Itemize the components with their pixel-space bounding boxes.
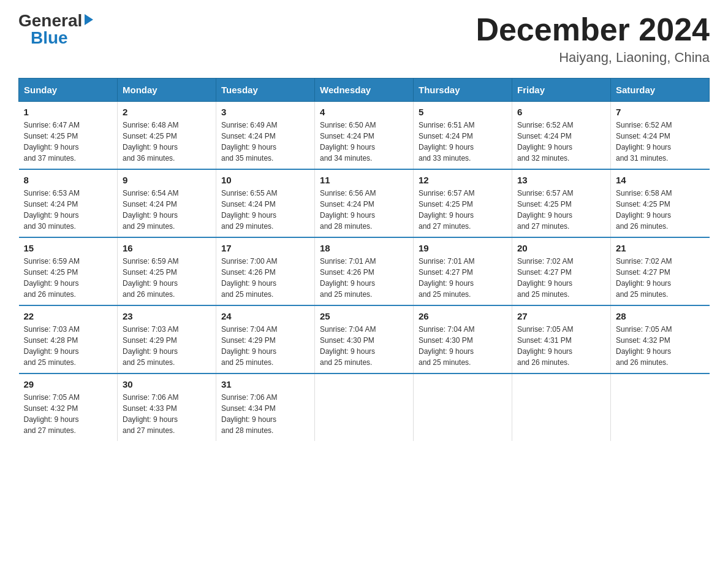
day-number: 17: [221, 243, 309, 253]
calendar-cell: 27 Sunrise: 7:05 AMSunset: 4:31 PMDaylig…: [512, 305, 611, 373]
day-info: Sunrise: 6:54 AMSunset: 4:24 PMDaylight:…: [123, 189, 178, 231]
day-info: Sunrise: 7:05 AMSunset: 4:31 PMDaylight:…: [517, 325, 573, 367]
calendar-cell: 18 Sunrise: 7:01 AMSunset: 4:26 PMDaylig…: [315, 237, 414, 305]
day-number: 31: [221, 379, 309, 389]
day-number: 8: [24, 175, 113, 185]
day-info: Sunrise: 7:01 AMSunset: 4:26 PMDaylight:…: [320, 257, 376, 299]
day-info: Sunrise: 6:59 AMSunset: 4:25 PMDaylight:…: [123, 257, 178, 299]
logo-blue-text: Blue: [31, 29, 68, 47]
day-number: 24: [221, 311, 309, 321]
day-number: 19: [419, 243, 507, 253]
day-info: Sunrise: 7:01 AMSunset: 4:27 PMDaylight:…: [419, 257, 474, 299]
calendar-week-row: 15 Sunrise: 6:59 AMSunset: 4:25 PMDaylig…: [19, 237, 710, 305]
day-info: Sunrise: 7:04 AMSunset: 4:30 PMDaylight:…: [320, 325, 376, 367]
calendar-cell: 1 Sunrise: 6:47 AMSunset: 4:25 PMDayligh…: [19, 102, 118, 170]
calendar-cell: [315, 373, 414, 441]
day-info: Sunrise: 6:52 AMSunset: 4:24 PMDaylight:…: [616, 121, 672, 163]
calendar-cell: 31 Sunrise: 7:06 AMSunset: 4:34 PMDaylig…: [216, 373, 315, 441]
calendar-cell: 5 Sunrise: 6:51 AMSunset: 4:24 PMDayligh…: [414, 102, 512, 170]
day-info: Sunrise: 6:52 AMSunset: 4:24 PMDaylight:…: [517, 121, 573, 163]
calendar-week-row: 29 Sunrise: 7:05 AMSunset: 4:32 PMDaylig…: [19, 373, 710, 441]
calendar-cell: 29 Sunrise: 7:05 AMSunset: 4:32 PMDaylig…: [19, 373, 118, 441]
calendar-cell: 20 Sunrise: 7:02 AMSunset: 4:27 PMDaylig…: [512, 237, 611, 305]
calendar-cell: 4 Sunrise: 6:50 AMSunset: 4:24 PMDayligh…: [315, 102, 414, 170]
weekday-header-sunday: Sunday: [19, 79, 118, 102]
day-number: 27: [517, 311, 605, 321]
day-number: 18: [320, 243, 408, 253]
day-number: 30: [123, 379, 211, 389]
logo-triangle-icon: [85, 14, 93, 25]
day-number: 3: [221, 107, 309, 117]
day-info: Sunrise: 6:48 AMSunset: 4:25 PMDaylight:…: [123, 121, 178, 163]
day-number: 14: [616, 175, 705, 185]
calendar-cell: 25 Sunrise: 7:04 AMSunset: 4:30 PMDaylig…: [315, 305, 414, 373]
day-number: 28: [616, 311, 705, 321]
calendar-cell: 19 Sunrise: 7:01 AMSunset: 4:27 PMDaylig…: [414, 237, 512, 305]
day-number: 23: [123, 311, 211, 321]
calendar-cell: 30 Sunrise: 7:06 AMSunset: 4:33 PMDaylig…: [118, 373, 216, 441]
calendar-week-row: 8 Sunrise: 6:53 AMSunset: 4:24 PMDayligh…: [19, 169, 710, 237]
day-number: 12: [419, 175, 507, 185]
day-number: 9: [123, 175, 211, 185]
calendar-cell: 21 Sunrise: 7:02 AMSunset: 4:27 PMDaylig…: [611, 237, 710, 305]
day-info: Sunrise: 6:56 AMSunset: 4:24 PMDaylight:…: [320, 189, 376, 231]
day-number: 5: [419, 107, 507, 117]
calendar-week-row: 1 Sunrise: 6:47 AMSunset: 4:25 PMDayligh…: [19, 102, 710, 170]
calendar-cell: 10 Sunrise: 6:55 AMSunset: 4:24 PMDaylig…: [216, 169, 315, 237]
day-info: Sunrise: 6:47 AMSunset: 4:25 PMDaylight:…: [24, 121, 80, 163]
calendar-cell: 12 Sunrise: 6:57 AMSunset: 4:25 PMDaylig…: [414, 169, 512, 237]
calendar-cell: 23 Sunrise: 7:03 AMSunset: 4:29 PMDaylig…: [118, 305, 216, 373]
day-info: Sunrise: 7:06 AMSunset: 4:34 PMDaylight:…: [221, 393, 277, 435]
day-info: Sunrise: 6:51 AMSunset: 4:24 PMDaylight:…: [419, 121, 474, 163]
weekday-header-friday: Friday: [512, 79, 611, 102]
day-number: 21: [616, 243, 705, 253]
day-number: 13: [517, 175, 605, 185]
calendar-cell: 11 Sunrise: 6:56 AMSunset: 4:24 PMDaylig…: [315, 169, 414, 237]
day-info: Sunrise: 6:57 AMSunset: 4:25 PMDaylight:…: [517, 189, 573, 231]
title-section: December 2024 Haiyang, Liaoning, China: [476, 12, 710, 66]
calendar-cell: 14 Sunrise: 6:58 AMSunset: 4:25 PMDaylig…: [611, 169, 710, 237]
day-number: 10: [221, 175, 309, 185]
calendar-cell: 28 Sunrise: 7:05 AMSunset: 4:32 PMDaylig…: [611, 305, 710, 373]
day-number: 16: [123, 243, 211, 253]
calendar-cell: 17 Sunrise: 7:00 AMSunset: 4:26 PMDaylig…: [216, 237, 315, 305]
calendar-cell: 6 Sunrise: 6:52 AMSunset: 4:24 PMDayligh…: [512, 102, 611, 170]
calendar-week-row: 22 Sunrise: 7:03 AMSunset: 4:28 PMDaylig…: [19, 305, 710, 373]
logo-general-text: General: [18, 12, 82, 29]
page-header: General Blue December 2024 Haiyang, Liao…: [18, 12, 710, 66]
calendar-cell: [414, 373, 512, 441]
day-number: 26: [419, 311, 507, 321]
day-info: Sunrise: 6:59 AMSunset: 4:25 PMDaylight:…: [24, 257, 80, 299]
day-info: Sunrise: 6:50 AMSunset: 4:24 PMDaylight:…: [320, 121, 376, 163]
day-info: Sunrise: 7:00 AMSunset: 4:26 PMDaylight:…: [221, 257, 277, 299]
calendar-table: SundayMondayTuesdayWednesdayThursdayFrid…: [18, 78, 710, 441]
calendar-cell: 16 Sunrise: 6:59 AMSunset: 4:25 PMDaylig…: [118, 237, 216, 305]
weekday-header-saturday: Saturday: [611, 79, 710, 102]
day-number: 11: [320, 175, 408, 185]
day-info: Sunrise: 7:03 AMSunset: 4:28 PMDaylight:…: [24, 325, 80, 367]
weekday-header-wednesday: Wednesday: [315, 79, 414, 102]
day-info: Sunrise: 7:05 AMSunset: 4:32 PMDaylight:…: [24, 393, 80, 435]
day-info: Sunrise: 7:04 AMSunset: 4:29 PMDaylight:…: [221, 325, 277, 367]
day-number: 15: [24, 243, 113, 253]
day-number: 22: [24, 311, 113, 321]
day-number: 20: [517, 243, 605, 253]
calendar-cell: 3 Sunrise: 6:49 AMSunset: 4:24 PMDayligh…: [216, 102, 315, 170]
calendar-cell: 2 Sunrise: 6:48 AMSunset: 4:25 PMDayligh…: [118, 102, 216, 170]
day-number: 25: [320, 311, 408, 321]
location-text: Haiyang, Liaoning, China: [476, 50, 710, 66]
month-title: December 2024: [476, 12, 710, 47]
day-info: Sunrise: 7:03 AMSunset: 4:29 PMDaylight:…: [123, 325, 178, 367]
day-number: 29: [24, 379, 113, 389]
weekday-header-thursday: Thursday: [414, 79, 512, 102]
logo: General Blue: [18, 12, 93, 47]
day-number: 6: [517, 107, 605, 117]
day-number: 1: [24, 107, 113, 117]
weekday-header-monday: Monday: [118, 79, 216, 102]
day-info: Sunrise: 7:02 AMSunset: 4:27 PMDaylight:…: [517, 257, 573, 299]
day-info: Sunrise: 6:53 AMSunset: 4:24 PMDaylight:…: [24, 189, 80, 231]
calendar-cell: 15 Sunrise: 6:59 AMSunset: 4:25 PMDaylig…: [19, 237, 118, 305]
day-info: Sunrise: 7:06 AMSunset: 4:33 PMDaylight:…: [123, 393, 178, 435]
calendar-cell: 26 Sunrise: 7:04 AMSunset: 4:30 PMDaylig…: [414, 305, 512, 373]
weekday-header-row: SundayMondayTuesdayWednesdayThursdayFrid…: [19, 79, 710, 102]
